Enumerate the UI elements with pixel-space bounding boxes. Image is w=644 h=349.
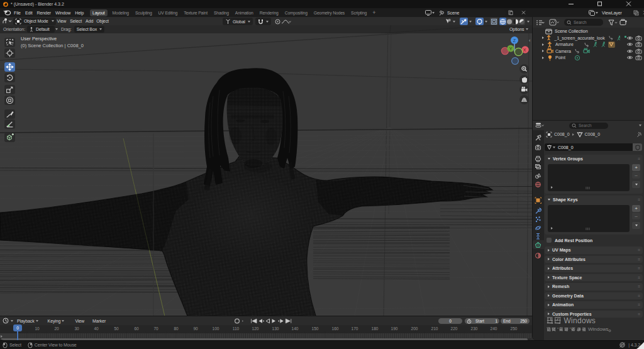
svg-text:X: X [523, 48, 526, 52]
svg-text:Y: Y [509, 47, 513, 51]
svg-text:Z: Z [513, 38, 516, 43]
